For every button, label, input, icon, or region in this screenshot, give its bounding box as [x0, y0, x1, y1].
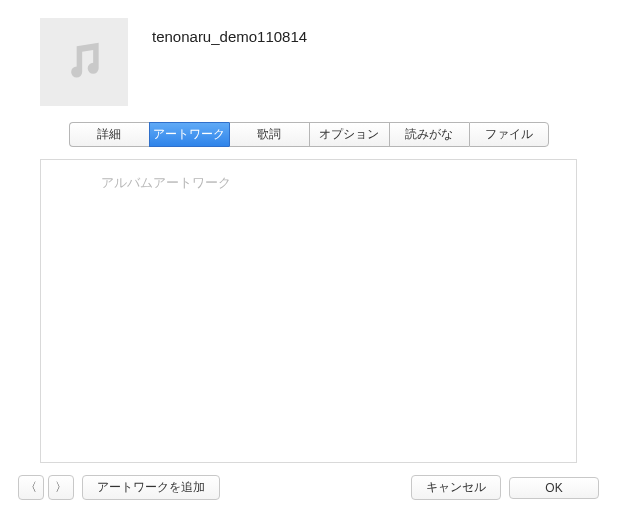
tab-sorting[interactable]: 読みがな — [389, 122, 469, 147]
tab-lyrics[interactable]: 歌詞 — [229, 122, 309, 147]
artwork-thumbnail — [40, 18, 128, 106]
content-panel: アルバムアートワーク — [40, 159, 577, 463]
nav-group: 〈 〉 — [18, 475, 74, 500]
tab-details[interactable]: 詳細 — [69, 122, 149, 147]
tab-bar: 詳細 アートワーク 歌詞 オプション 読みがな ファイル — [40, 122, 577, 147]
track-title: tenonaru_demo110814 — [152, 18, 307, 45]
tab-file[interactable]: ファイル — [469, 122, 549, 147]
music-note-icon — [62, 39, 106, 86]
prev-button[interactable]: 〈 — [18, 475, 44, 500]
header: tenonaru_demo110814 — [0, 0, 617, 116]
cancel-button[interactable]: キャンセル — [411, 475, 501, 500]
section-label: アルバムアートワーク — [41, 160, 576, 192]
next-button[interactable]: 〉 — [48, 475, 74, 500]
info-dialog: tenonaru_demo110814 詳細 アートワーク 歌詞 オプション 読… — [0, 0, 617, 514]
tab-options[interactable]: オプション — [309, 122, 389, 147]
tab-artwork[interactable]: アートワーク — [149, 122, 229, 147]
footer: 〈 〉 アートワークを追加 キャンセル OK — [0, 463, 617, 514]
add-artwork-button[interactable]: アートワークを追加 — [82, 475, 220, 500]
ok-button[interactable]: OK — [509, 477, 599, 499]
